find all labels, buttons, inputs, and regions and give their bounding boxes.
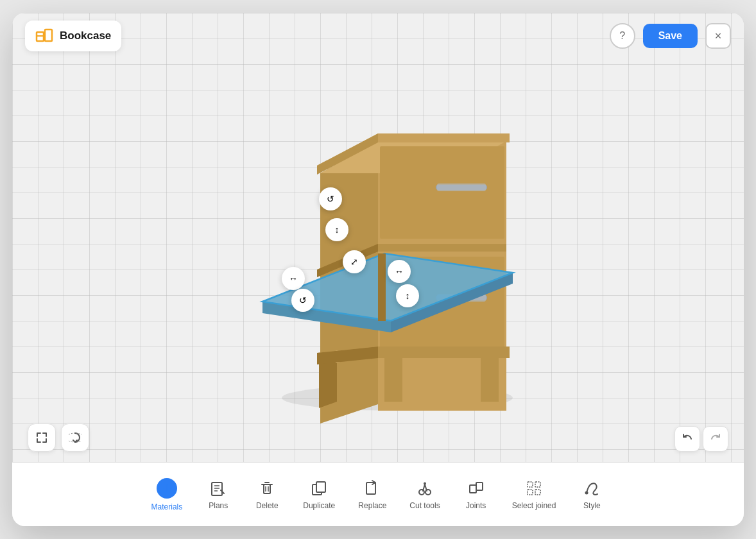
svg-rect-14 — [437, 294, 486, 302]
svg-rect-15 — [384, 357, 402, 402]
svg-marker-21 — [317, 346, 378, 364]
app-window: ↺ ↕ ⤢ ↔ ↔ ↺ ↕ Bookcase ? Save × + — [12, 13, 744, 526]
undo-redo-controls — [674, 426, 728, 452]
svg-rect-47 — [470, 485, 476, 493]
svg-rect-51 — [535, 482, 540, 487]
svg-rect-48 — [476, 483, 483, 490]
plans-icon — [209, 479, 227, 497]
materials-icon: + — [157, 478, 177, 499]
replace-label: Replace — [358, 501, 386, 510]
svg-marker-4 — [317, 133, 510, 166]
save-button[interactable]: Save — [643, 24, 698, 48]
svg-rect-7 — [378, 244, 506, 252]
toolbar-replace[interactable]: Replace — [348, 473, 397, 517]
svg-rect-28 — [45, 30, 52, 41]
logo-title-group: Bookcase — [25, 21, 121, 51]
viewport[interactable]: ↺ ↕ ⤢ ↔ ↔ ↺ ↕ — [12, 13, 744, 462]
toolbar-delete[interactable]: Delete — [244, 473, 290, 517]
top-right-controls: ? Save × — [610, 23, 731, 49]
svg-point-54 — [585, 491, 588, 494]
plans-label: Plans — [209, 501, 228, 510]
top-bar: Bookcase ? Save × — [12, 13, 744, 59]
svg-point-0 — [282, 385, 513, 411]
cut-icon — [416, 479, 434, 497]
redo-button[interactable] — [703, 426, 728, 452]
svg-rect-34 — [264, 484, 270, 493]
svg-marker-23 — [262, 302, 391, 332]
toolbar-cut[interactable]: Cut tools — [399, 473, 450, 517]
handle-rotate-bottom-left[interactable]: ↺ — [291, 289, 314, 312]
scene-container: ↺ ↕ ⤢ ↔ ↔ ↺ ↕ — [153, 64, 603, 436]
duplicate-icon — [310, 479, 328, 497]
svg-rect-9 — [380, 146, 504, 239]
materials-label: Materials — [151, 502, 183, 511]
toolbar-materials[interactable]: + Materials — [141, 472, 193, 518]
svg-rect-40 — [316, 482, 325, 492]
help-button[interactable]: ? — [610, 23, 635, 49]
svg-rect-20 — [378, 346, 510, 358]
select-joined-icon — [525, 479, 543, 497]
handle-rotate-top[interactable]: ↺ — [319, 187, 342, 210]
svg-marker-6 — [317, 133, 378, 175]
style-icon — [583, 479, 601, 497]
svg-rect-52 — [528, 490, 533, 495]
handle-scale-bottom-right[interactable]: ↕ — [396, 284, 419, 307]
svg-point-46 — [424, 482, 426, 484]
svg-rect-5 — [378, 133, 510, 142]
handle-scale-vertical[interactable]: ↕ — [325, 218, 348, 241]
svg-marker-17 — [319, 357, 337, 408]
svg-rect-30 — [212, 483, 222, 495]
svg-rect-10 — [436, 185, 487, 190]
svg-rect-11 — [437, 184, 486, 191]
orbit-button[interactable] — [61, 424, 89, 452]
handle-scale-left[interactable]: ↔ — [282, 267, 305, 290]
handle-scale-right[interactable]: ↔ — [388, 260, 411, 283]
app-title: Bookcase — [60, 30, 111, 42]
svg-rect-26 — [378, 253, 386, 321]
delete-icon — [258, 479, 276, 497]
bottom-toolbar: + Materials Plans — [12, 462, 744, 526]
bottom-left-tools — [28, 424, 89, 452]
style-label: Style — [583, 501, 601, 510]
expand-button[interactable] — [28, 424, 56, 452]
toolbar-duplicate[interactable]: Duplicate — [293, 473, 345, 517]
joints-icon — [467, 479, 485, 497]
replace-icon — [363, 479, 381, 497]
toolbar-plans[interactable]: Plans — [195, 473, 241, 517]
svg-marker-19 — [317, 346, 510, 353]
app-logo-icon — [35, 27, 53, 45]
undo-button[interactable] — [674, 426, 700, 452]
svg-rect-13 — [436, 295, 487, 300]
select-joined-label: Select joined — [512, 501, 556, 510]
svg-marker-1 — [320, 141, 378, 424]
duplicate-label: Duplicate — [303, 501, 335, 510]
handle-move[interactable]: ⤢ — [343, 250, 366, 273]
toolbar-joints[interactable]: Joints — [453, 473, 499, 517]
svg-rect-16 — [481, 357, 499, 402]
toolbar-style[interactable]: Style — [569, 473, 615, 517]
svg-marker-3 — [320, 141, 506, 173]
svg-rect-50 — [528, 482, 533, 487]
svg-rect-41 — [366, 483, 375, 494]
joints-label: Joints — [466, 501, 486, 510]
close-button[interactable]: × — [705, 23, 731, 49]
svg-rect-53 — [535, 490, 540, 495]
svg-marker-18 — [319, 350, 355, 363]
delete-label: Delete — [256, 501, 279, 510]
toolbar-select-joined[interactable]: Select joined — [502, 473, 567, 517]
cut-label: Cut tools — [409, 501, 440, 510]
